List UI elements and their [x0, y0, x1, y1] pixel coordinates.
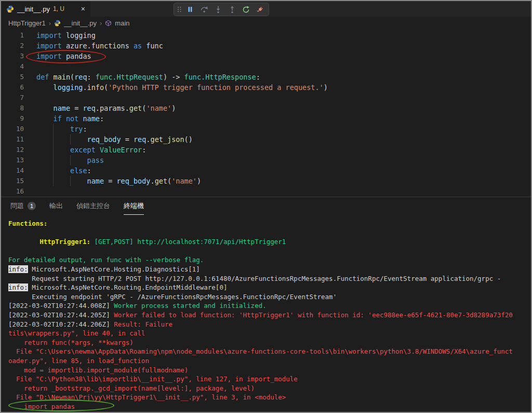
code-line[interactable]: 1import logging: [1, 30, 531, 41]
problems-badge: 1: [28, 202, 36, 210]
terminal-line: import pandas: [8, 402, 531, 411]
terminal-line: return _bootstrap._gcd_import(name[level…: [8, 384, 531, 393]
breadcrumb-separator: ›: [100, 19, 102, 27]
code-editor[interactable]: 1import logging2import azure.functions a…: [1, 29, 531, 197]
close-icon[interactable]: ×: [81, 5, 85, 13]
disconnect-button[interactable]: [253, 4, 267, 15]
debug-toolbar: [174, 3, 269, 16]
tab-decoration: 1, U: [53, 5, 64, 12]
terminal-line: [2022-03-02T10:27:44.206Z] Result: Failu…: [8, 320, 531, 329]
tab-init-py[interactable]: __init__.py 1, U ×: [1, 1, 90, 17]
terminal-line: Request starting HTTP/2 POST http://127.…: [8, 274, 531, 283]
code-line[interactable]: 2import azure.functions as func: [1, 41, 531, 51]
terminal-line: File "C:\Users\newma\AppData\Roaming\npm…: [8, 347, 531, 356]
terminal-line: For detailed output, run func with --ver…: [8, 255, 531, 265]
python-file-icon: [6, 5, 14, 13]
step-into-button[interactable]: [211, 4, 225, 15]
tab-debug-console[interactable]: 偵錯主控台: [76, 197, 110, 215]
tab-output-label: 輸出: [49, 201, 63, 211]
terminal-line: mod = importlib.import_module(fullmodnam…: [8, 366, 531, 375]
disconnect-icon: [256, 6, 264, 14]
code-line[interactable]: 5def main(req: func.HttpRequest) -> func…: [1, 72, 531, 82]
python-file-icon: [54, 20, 61, 27]
terminal-line: info: Microsoft.AspNetCore.Routing.Endpo…: [8, 283, 531, 292]
terminal-line: Functions:: [8, 219, 531, 228]
code-line[interactable]: 4: [1, 61, 531, 72]
terminal-line: File "D:\Newman\Prj\yy\HttpTrigger1\__in…: [8, 393, 531, 402]
line-number: 7: [1, 93, 24, 103]
line-number: 5: [1, 72, 24, 82]
code-line[interactable]: 6 logging.info('Python HTTP trigger func…: [1, 82, 531, 93]
step-into-icon: [214, 5, 222, 14]
breadcrumb: HttpTrigger1 › __init__.py › main: [1, 17, 531, 29]
terminal-line: File "C:\Python38\lib\importlib\__init__…: [8, 375, 531, 384]
terminal-line: [2022-03-02T10:27:44.205Z] Worker failed…: [8, 311, 531, 320]
tab-terminal[interactable]: 終端機: [124, 197, 144, 215]
terminal-output[interactable]: Functions: HttpTrigger1: [GET,POST] http…: [1, 215, 531, 412]
terminal-line: return func(*args, **kwargs): [8, 338, 531, 347]
pause-button[interactable]: [183, 4, 197, 15]
line-number: 1: [1, 30, 24, 41]
terminal-line: HttpTrigger1: [GET,POST] http://localhos…: [8, 237, 531, 247]
restart-icon: [242, 6, 250, 14]
code-line[interactable]: 10 try:: [1, 124, 531, 134]
breadcrumb-separator: ›: [49, 19, 51, 27]
terminal-line: [8, 228, 531, 238]
line-number: 10: [1, 124, 24, 134]
breadcrumb-item-folder[interactable]: HttpTrigger1: [8, 19, 46, 27]
line-number: 15: [1, 176, 24, 186]
code-line[interactable]: 9 if not name:: [1, 113, 531, 124]
terminal-line: oader.py", line 85, in load_function: [8, 356, 531, 366]
code-line[interactable]: 8 name = req.params.get('name'): [1, 103, 531, 113]
code-line[interactable]: 16: [1, 186, 531, 197]
code-line[interactable]: 3import pandas: [1, 51, 531, 61]
breadcrumb-item-symbol[interactable]: main: [115, 19, 129, 27]
code-line[interactable]: 13 pass: [1, 155, 531, 165]
terminal-line: [2022-03-02T10:27:44.008Z] Worker proces…: [8, 301, 531, 311]
terminal-line: [8, 247, 531, 256]
line-number: 8: [1, 103, 24, 113]
restart-button[interactable]: [239, 4, 253, 15]
tab-problems[interactable]: 問題 1: [10, 197, 36, 215]
tab-debug-console-label: 偵錯主控台: [76, 201, 110, 211]
tab-problems-label: 問題: [10, 201, 24, 211]
code-line[interactable]: 11 req_body = req.get_json(): [1, 134, 531, 145]
pause-icon: [187, 6, 194, 13]
step-out-icon: [228, 5, 236, 14]
line-number: 13: [1, 155, 24, 165]
terminal-line: Executing endpoint 'gRPC - /AzureFunctio…: [8, 292, 531, 302]
step-over-icon: [200, 5, 208, 14]
line-number: 3: [1, 51, 24, 61]
bottom-panel: 問題 1 輸出 偵錯主控台 終端機 Functions: HttpTrigger…: [1, 197, 531, 412]
step-over-button[interactable]: [197, 4, 211, 15]
tab-output[interactable]: 輸出: [49, 197, 63, 215]
line-number: 12: [1, 145, 24, 155]
line-number: 9: [1, 113, 24, 124]
line-number: 2: [1, 41, 24, 51]
panel-tab-bar: 問題 1 輸出 偵錯主控台 終端機: [1, 197, 531, 215]
code-line[interactable]: 12 except ValueError:: [1, 145, 531, 155]
tab-label: __init__.py: [17, 5, 50, 13]
method-symbol-icon: [105, 20, 112, 27]
line-number: 14: [1, 165, 24, 176]
terminal-line: info: Microsoft.AspNetCore.Hosting.Diagn…: [8, 265, 531, 274]
code-line[interactable]: 7: [1, 93, 531, 103]
terminal-line: tils\wrappers.py", line 40, in call: [8, 329, 531, 338]
tab-terminal-label: 終端機: [124, 201, 144, 211]
editor-tab-bar: __init__.py 1, U ×: [1, 1, 531, 17]
breadcrumb-item-file[interactable]: __init__.py: [64, 19, 97, 27]
line-number: 4: [1, 61, 24, 72]
line-number: 11: [1, 134, 24, 145]
step-out-button[interactable]: [225, 4, 239, 15]
code-line[interactable]: 14 else:: [1, 165, 531, 176]
code-line[interactable]: 15 name = req_body.get('name'): [1, 176, 531, 186]
code-lines: 1import logging2import azure.functions a…: [1, 30, 531, 197]
line-number: 16: [1, 186, 24, 197]
line-number: 6: [1, 82, 24, 93]
drag-handle-icon[interactable]: [176, 4, 183, 15]
vscode-window: __init__.py 1, U ×: [0, 0, 532, 413]
